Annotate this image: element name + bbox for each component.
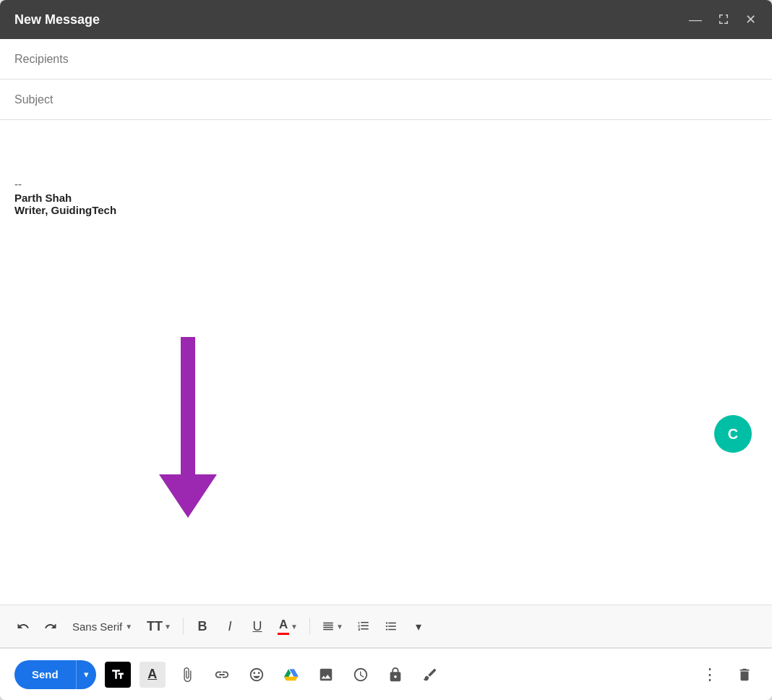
font-size-label: TT [147,619,163,634]
close-button[interactable]: ✕ [744,12,758,27]
separator-1 [183,618,184,635]
title-bar: New Message — ✕ [0,0,772,39]
font-family-label: Sans Serif [72,620,122,633]
signature-dash: -- [14,178,758,190]
recipients-field-row [0,39,772,80]
bold-label: B [198,619,207,634]
format-toolbar-toggle[interactable] [105,662,131,688]
text-color-indicator: A [278,618,289,635]
subject-field-row [0,80,772,120]
font-family-arrow: ▼ [125,623,132,631]
bullet-list-button[interactable] [379,615,403,638]
avatar-bubble[interactable]: C [714,415,752,453]
more-formatting-button[interactable]: ▾ [407,615,430,638]
signature-button[interactable] [417,662,443,688]
undo-button[interactable] [12,615,35,638]
schedule-button[interactable] [348,662,374,688]
body-area[interactable]: -- Parth Shah Writer, GuidingTech C [0,120,772,605]
italic-label: I [228,619,232,634]
photo-button[interactable] [313,662,339,688]
compose-title: New Message [14,12,100,27]
recipients-input[interactable] [14,53,758,66]
signature-name: Parth Shah [14,192,758,204]
confidential-button[interactable] [382,662,408,688]
send-button-group: Send ▾ [14,660,96,689]
send-label: Send [32,668,59,680]
send-options-button[interactable]: ▾ [76,660,96,689]
delete-button[interactable] [732,662,758,688]
underline-button[interactable]: U [246,615,269,638]
link-button[interactable] [209,662,235,688]
subject-input[interactable] [14,93,758,106]
bold-button[interactable]: B [191,615,214,638]
signature-block: -- Parth Shah Writer, GuidingTech [14,178,758,216]
numbered-list-button[interactable] [352,615,375,638]
font-size-arrow: ▼ [164,623,171,631]
attach-button[interactable] [174,662,200,688]
expand-button[interactable] [716,12,731,28]
action-bar: Send ▾ A [0,648,772,700]
formatting-toolbar: Sans Serif ▼ TT ▼ B I U A ▼ ▼ [0,605,772,648]
font-size-button[interactable]: TT ▼ [142,615,176,638]
send-dropdown-arrow: ▾ [84,669,89,680]
text-color-button[interactable]: A ▼ [273,615,302,638]
align-arrow: ▼ [336,623,343,631]
drive-button[interactable] [278,662,304,688]
signature-title: Writer, GuidingTech [14,204,758,216]
italic-button[interactable]: I [218,615,241,638]
emoji-button[interactable] [244,662,270,688]
title-bar-controls: — ✕ [687,12,758,28]
underline-label: U [253,619,262,634]
redo-button[interactable] [39,615,62,638]
text-format-button[interactable]: A [140,662,166,688]
svg-marker-1 [159,474,217,518]
text-color-arrow: ▼ [291,623,298,631]
compose-window: New Message — ✕ -- Parth Shah Writer, Gu… [0,0,772,700]
align-button[interactable]: ▼ [317,615,348,638]
more-options-icon: ⋮ [702,665,719,684]
more-icon: ▾ [416,620,421,633]
minimize-button[interactable]: — [687,12,703,27]
more-options-button[interactable]: ⋮ [697,662,723,688]
separator-2 [309,618,310,635]
font-family-selector[interactable]: Sans Serif ▼ [67,618,138,636]
arrow-annotation [159,337,217,521]
avatar-initial: C [728,426,738,443]
svg-rect-0 [181,337,195,474]
text-format-label: A [147,667,157,682]
send-button[interactable]: Send [14,660,76,689]
